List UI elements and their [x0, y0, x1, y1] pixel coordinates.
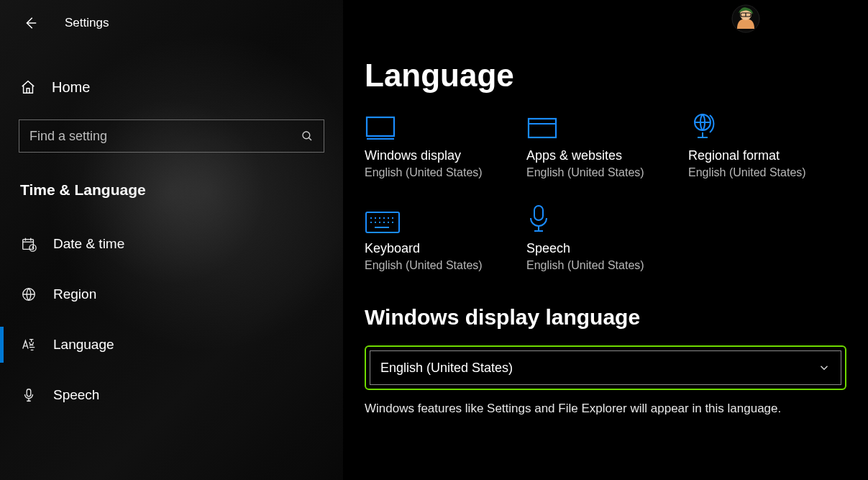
page-title: Language	[365, 58, 868, 94]
language-tile-grid: Windows display English (United States) …	[365, 107, 868, 292]
tile-value: English (United States)	[365, 166, 526, 179]
sidebar-item-label: Language	[53, 337, 114, 353]
helper-text: Windows features like Settings and File …	[365, 400, 839, 418]
sidebar-item-label: Region	[53, 286, 96, 302]
tile-label: Apps & websites	[526, 148, 688, 163]
content-area: Language Windows display English (United…	[343, 0, 868, 480]
calendar-clock-icon	[20, 235, 37, 253]
tile-label: Windows display	[365, 148, 526, 163]
app-window-icon	[526, 107, 688, 141]
tile-apps-websites[interactable]: Apps & websites English (United States)	[526, 107, 688, 179]
sidebar-header: Settings	[0, 10, 343, 36]
microphone-icon	[526, 199, 688, 234]
display-icon	[365, 107, 526, 141]
app-title: Settings	[65, 16, 109, 30]
back-button[interactable]	[19, 12, 42, 35]
tile-windows-display[interactable]: Windows display English (United States)	[365, 107, 526, 179]
sidebar: Settings Home Time & Language Date & tim…	[0, 0, 343, 480]
language-az-icon	[20, 336, 37, 353]
keyboard-icon	[365, 199, 526, 234]
search-box[interactable]	[19, 119, 324, 153]
back-arrow-icon	[22, 15, 38, 31]
svg-rect-4	[27, 389, 31, 397]
tile-value: English (United States)	[688, 166, 850, 179]
tile-label: Speech	[526, 241, 688, 256]
highlight-annotation: English (United States)	[365, 345, 846, 390]
search-icon	[301, 130, 314, 142]
svg-rect-13	[534, 206, 543, 220]
home-icon	[20, 79, 36, 95]
display-language-dropdown[interactable]: English (United States)	[370, 350, 841, 385]
home-label: Home	[52, 79, 90, 96]
sidebar-nav: Date & time Region Language Speech	[0, 219, 343, 420]
tile-speech[interactable]: Speech English (United States)	[526, 199, 688, 272]
tile-label: Regional format	[688, 148, 850, 163]
chevron-down-icon	[818, 361, 831, 374]
tile-value: English (United States)	[526, 259, 688, 272]
avatar[interactable]	[731, 4, 760, 33]
microphone-icon	[20, 386, 37, 404]
svg-rect-9	[367, 117, 394, 136]
svg-rect-10	[529, 119, 556, 137]
sidebar-item-speech[interactable]: Speech	[0, 370, 343, 420]
sidebar-item-language[interactable]: Language	[0, 320, 343, 370]
sidebar-item-region[interactable]: Region	[0, 269, 343, 320]
tile-label: Keyboard	[365, 241, 526, 256]
sidebar-item-home[interactable]: Home	[0, 72, 343, 102]
tile-regional-format[interactable]: Regional format English (United States)	[688, 107, 850, 179]
dropdown-value: English (United States)	[380, 361, 513, 376]
tile-value: English (United States)	[526, 166, 688, 179]
tile-keyboard[interactable]: Keyboard English (United States)	[365, 199, 526, 272]
tile-value: English (United States)	[365, 259, 526, 272]
sidebar-section-title: Time & Language	[0, 181, 343, 199]
sidebar-item-label: Speech	[53, 387, 99, 403]
subheading-display-language: Windows display language	[365, 305, 868, 330]
globe-icon	[20, 286, 37, 303]
sidebar-item-date-time[interactable]: Date & time	[0, 219, 343, 269]
search-input[interactable]	[29, 129, 301, 144]
globe-stand-icon	[688, 107, 850, 141]
sidebar-item-label: Date & time	[53, 236, 124, 252]
